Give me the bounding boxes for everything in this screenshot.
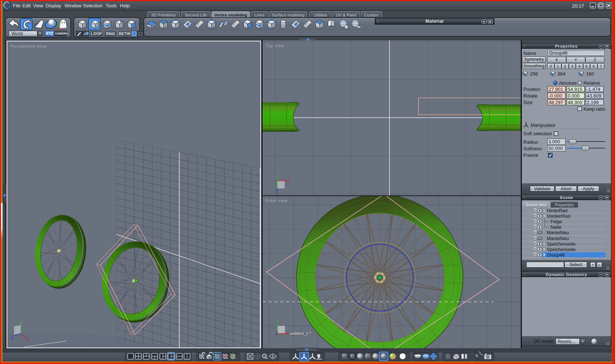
svg-text:X: X (287, 179, 290, 183)
svg-text:Z: Z (275, 331, 278, 336)
svg-text:Y: Y (276, 174, 279, 179)
svg-text:untitled_1 *: untitled_1 * (290, 331, 311, 336)
svg-text:X: X (286, 331, 289, 337)
svg-text:X: X (27, 338, 30, 342)
svg-text:Y: Y (20, 320, 23, 325)
svg-text:Y: Y (276, 319, 279, 323)
svg-text:Z: Z (275, 193, 278, 195)
svg-text:Z: Z (11, 336, 14, 341)
